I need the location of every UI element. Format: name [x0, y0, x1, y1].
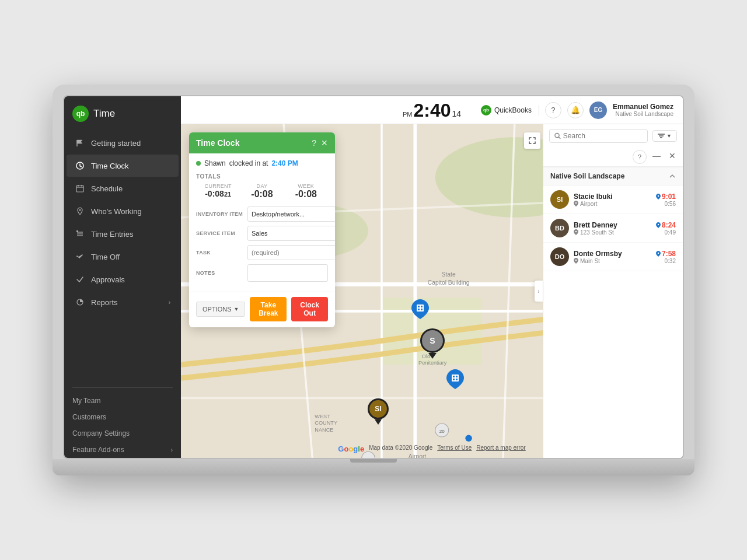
worker-item-brett[interactable]: BD Brett Denney 123 South St [543, 214, 683, 243]
plane-icon [75, 251, 85, 262]
sidebar-item-getting-started[interactable]: Getting started [67, 132, 179, 154]
sidebar-label-getting-started: Getting started [91, 139, 141, 148]
map-expand-button[interactable] [524, 132, 540, 149]
shawn-profile-pin[interactable]: S [420, 328, 445, 359]
total-current-seconds: 21 [224, 191, 231, 198]
quickbooks-brand[interactable]: qb QuickBooks [481, 105, 539, 116]
sidebar-label-time-off: Time Off [91, 253, 120, 261]
inventory-item-input[interactable] [247, 206, 335, 222]
svg-rect-50 [452, 374, 459, 382]
sidebar-item-approvals[interactable]: Approvals [67, 268, 179, 290]
reports-arrow-icon: › [169, 299, 170, 306]
notifications-button[interactable]: 🔔 [567, 102, 584, 118]
svg-text:COUNTY: COUNTY [315, 420, 337, 426]
company-collapse-icon [669, 173, 676, 180]
svg-text:WEST: WEST [315, 414, 330, 419]
search-input[interactable] [563, 132, 643, 140]
svg-text:State: State [442, 271, 456, 278]
map-pin-building-1[interactable] [411, 299, 429, 321]
search-icon [554, 132, 561, 139]
worker-item-donte[interactable]: DO Donte Ormsby Main St [543, 243, 683, 271]
sidebar-label-time-clock: Time Clock [91, 162, 129, 170]
location-pin-icon [574, 201, 578, 206]
map-pin-building-2[interactable] [446, 369, 464, 391]
map-attribution: Google Map data ©2020 Google Terms of Us… [338, 444, 525, 453]
right-panel-header: ▼ [543, 124, 683, 148]
svg-rect-4 [76, 186, 83, 192]
sidebar-sub-item-feature-addons[interactable]: Feature Add-ons › [64, 442, 181, 458]
flag-icon [75, 138, 85, 148]
worker-avatar-stacie: SI [550, 190, 569, 209]
company-name: Native Soil Landscape [550, 172, 624, 180]
panel-close-button[interactable]: ✕ [321, 138, 328, 148]
right-panel-controls: ? — ✕ [543, 148, 683, 167]
sidebar-item-time-clock[interactable]: Time Clock [67, 155, 179, 177]
notes-input[interactable] [247, 264, 328, 282]
take-break-button[interactable]: Take Break [250, 297, 287, 321]
task-label: TASK [196, 250, 244, 256]
search-container[interactable] [549, 129, 648, 143]
sidebar-item-reports[interactable]: Reports › [67, 291, 179, 313]
map-side-toggle[interactable]: › [535, 281, 543, 302]
quickbooks-label: QuickBooks [494, 106, 532, 114]
svg-rect-46 [418, 306, 420, 307]
terms-link[interactable]: Terms of Use [437, 444, 472, 453]
sidebar-sub-item-company-settings[interactable]: Company Settings [64, 425, 181, 442]
right-panel-close-button[interactable]: ✕ [666, 150, 678, 164]
sidebar-divider [72, 387, 173, 388]
worker-name-brett: Brett Denney [574, 221, 651, 229]
options-button[interactable]: OPTIONS ▼ [196, 302, 245, 317]
user-company: Native Soil Landscape [613, 111, 673, 117]
sidebar-sub-item-customers[interactable]: Customers [64, 409, 181, 425]
task-input[interactable] [247, 245, 335, 260]
sidebar-label-approvals: Approvals [91, 275, 125, 284]
worker-time-sub-brett: 0:49 [656, 229, 676, 236]
sidebar-label-time-entries: Time Entries [91, 230, 133, 239]
panel-help-button[interactable]: ? [312, 138, 316, 148]
svg-point-65 [658, 252, 659, 253]
report-link[interactable]: Report a map error [476, 444, 525, 453]
topbar-time: PM 2:40 14 [403, 101, 461, 120]
svg-line-3 [80, 166, 82, 167]
totals-label: TOTALS [196, 173, 328, 180]
svg-text:Airport: Airport [409, 453, 427, 458]
help-button[interactable]: ? [545, 102, 561, 118]
topbar-right: qb QuickBooks ? 🔔 EG Emmanuel Gomez Nati… [481, 102, 673, 119]
svg-point-8 [79, 209, 81, 211]
right-panel-help-button[interactable]: ? [633, 150, 647, 164]
total-current-label: CURRENT [196, 183, 240, 189]
company-header[interactable]: Native Soil Landscape [543, 167, 683, 186]
sidebar-item-time-entries[interactable]: Time Entries [67, 223, 179, 245]
right-panel-minimize-button[interactable]: — [650, 150, 663, 164]
total-day-value: -0:08 [240, 189, 284, 200]
inventory-item-label: INVENTORY ITEM [196, 211, 244, 217]
user-avatar[interactable]: EG [589, 102, 607, 119]
service-item-input[interactable] [247, 226, 335, 241]
user-name: Emmanuel Gomez [613, 103, 673, 111]
svg-text:24: 24 [366, 457, 371, 458]
panel-body: Shawn clocked in at 2:40 PM TOTALS CURRE… [189, 153, 335, 292]
worker-time-donte: 7:58 0:32 [656, 250, 676, 264]
sidebar-sub-item-my-team[interactable]: My Team [64, 393, 181, 409]
worker-location-donte: Main St [574, 258, 651, 264]
worker-profile-pin[interactable]: SI [368, 398, 389, 425]
sidebar-item-schedule[interactable]: Schedule [67, 177, 179, 200]
svg-point-60 [575, 202, 577, 204]
worker-item-stacie[interactable]: SI Stacie Ibuki Airport [543, 186, 683, 214]
sidebar-item-time-off[interactable]: Time Off [67, 246, 179, 268]
worker-time-sub-donte: 0:32 [656, 258, 676, 264]
clock-icon [75, 160, 85, 171]
worker-name-donte: Donte Ormsby [574, 250, 651, 258]
total-week-label: WEEK [284, 183, 328, 189]
worker-location-brett: 123 South St [574, 229, 651, 236]
feature-addons-arrow-icon: › [171, 447, 173, 453]
sidebar-logo[interactable]: qb Time [64, 96, 181, 131]
clock-out-button[interactable]: Clock Out [291, 297, 328, 321]
sidebar-item-whos-working[interactable]: Who's Working [67, 200, 179, 222]
location-pin-icon-3 [574, 258, 578, 264]
clocked-in-name: Shawn [204, 159, 226, 167]
svg-rect-51 [453, 376, 455, 377]
worker-location-stacie: Airport [574, 201, 651, 207]
filter-button[interactable]: ▼ [652, 130, 677, 142]
total-current: CURRENT -0:0821 [196, 183, 240, 200]
